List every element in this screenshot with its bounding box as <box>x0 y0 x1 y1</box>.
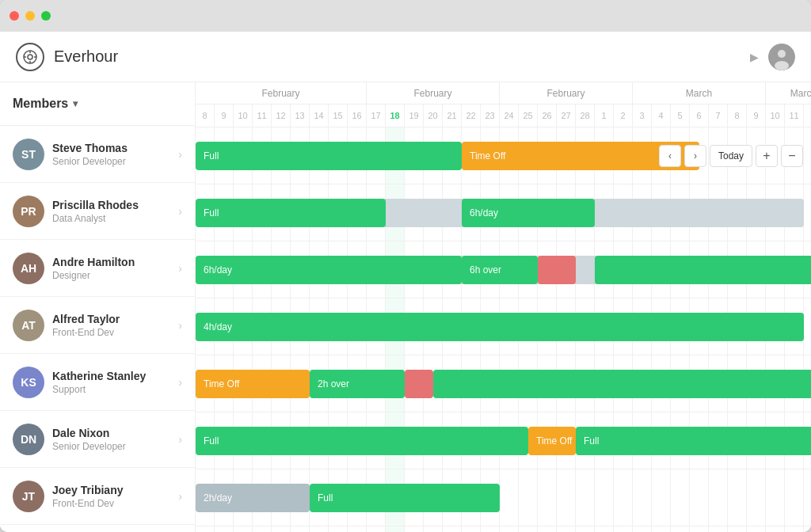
day-number: 10 <box>766 104 785 127</box>
event-bar[interactable]: 4h/day <box>196 313 804 341</box>
list-item[interactable]: DN Dale Nixon Senior Developer › <box>0 411 195 468</box>
chevron-right-icon: › <box>178 205 182 218</box>
zoom-in-button[interactable]: + <box>756 145 778 167</box>
event-bar[interactable]: Full <box>576 427 811 455</box>
member-role: Designer <box>52 270 170 281</box>
prev-button[interactable]: ‹ <box>659 145 681 167</box>
app-header: Everhour ▶ <box>0 32 811 82</box>
event-bar[interactable] <box>405 370 433 398</box>
member-role: Senior Developer <box>52 441 170 452</box>
day-number: 2 <box>614 104 633 127</box>
avatar: PR <box>13 196 44 227</box>
app-body: Everhour ▶ Members ▾ ST <box>0 32 811 532</box>
minimize-button[interactable] <box>25 11 35 21</box>
event-bar[interactable]: 2h/day <box>196 484 310 512</box>
list-item[interactable]: KS Katherine Stanley Support › <box>0 354 195 411</box>
calendar-body: FullTime Off‹›Today+−Full6h/day6h/day6h … <box>196 127 811 532</box>
event-bar[interactable]: 2h over <box>310 370 405 398</box>
chevron-down-icon[interactable]: ▾ <box>73 98 78 109</box>
logo-icon <box>16 43 44 71</box>
header-right: ▶ <box>750 44 795 70</box>
month-label: March <box>633 82 766 104</box>
event-bar[interactable] <box>595 256 811 284</box>
event-bar[interactable]: 6h over <box>462 256 538 284</box>
chevron-right-icon: › <box>178 148 182 161</box>
day-number: 4 <box>652 104 671 127</box>
event-bar[interactable] <box>433 370 811 398</box>
table-row: 2h/dayFull <box>196 469 811 526</box>
day-number: 9 <box>747 104 766 127</box>
avatar: JT <box>13 481 44 512</box>
avatar: AH <box>13 253 44 284</box>
day-number: 27 <box>557 104 576 127</box>
member-name: Alfred Taylor <box>52 313 170 325</box>
calendar-header: February February February March March 8… <box>196 82 811 127</box>
month-label: March <box>766 82 811 104</box>
chevron-right-icon: › <box>178 319 182 332</box>
table-row: 4h/day <box>196 298 811 355</box>
today-button[interactable]: Today <box>710 145 752 167</box>
day-number: 19 <box>405 104 424 127</box>
day-number: 21 <box>443 104 462 127</box>
member-role: Data Analyst <box>52 213 170 224</box>
logo: Everhour <box>16 43 750 71</box>
member-role: Front-End Dev <box>52 327 170 338</box>
table-row: Time Off2h over <box>196 355 811 412</box>
day-number: 26 <box>538 104 557 127</box>
day-number: 11 <box>785 104 804 127</box>
month-label: February <box>367 82 500 104</box>
event-bar[interactable]: Full <box>196 199 386 227</box>
day-number: 20 <box>424 104 443 127</box>
list-item[interactable]: ST Steve Thomas Senior Developer › <box>0 126 195 183</box>
day-number: 15 <box>329 104 348 127</box>
event-bar[interactable]: 6h/day <box>196 256 462 284</box>
member-name: Steve Thomas <box>52 142 170 154</box>
day-number: 5 <box>671 104 690 127</box>
day-number: 16 <box>348 104 367 127</box>
members-header: Members ▾ <box>0 82 195 126</box>
maximize-button[interactable] <box>41 11 51 21</box>
chevron-right-icon: › <box>178 433 182 446</box>
day-number: 24 <box>500 104 519 127</box>
member-name: Joey Tribiany <box>52 484 170 496</box>
user-avatar[interactable] <box>768 44 795 70</box>
avatar: KS <box>13 367 44 398</box>
member-role: Support <box>52 384 170 395</box>
day-number: 10 <box>234 104 253 127</box>
event-bar[interactable]: Full <box>196 142 462 170</box>
event-bar[interactable]: Full <box>310 484 500 512</box>
member-role: Front-End Dev <box>52 498 170 509</box>
app-window: Everhour ▶ Members ▾ ST <box>0 0 811 532</box>
member-role: Senior Developer <box>52 156 170 167</box>
list-item[interactable]: JT Joey Tribiany Front-End Dev › <box>0 468 195 525</box>
event-bar[interactable]: 6h/day <box>462 199 595 227</box>
day-number: 17 <box>367 104 386 127</box>
list-item[interactable]: PR Priscilla Rhodes Data Analyst › <box>0 183 195 240</box>
chevron-right-icon: › <box>178 376 182 389</box>
play-button[interactable]: ▶ <box>750 51 759 63</box>
list-item[interactable]: AH Andre Hamilton Designer › <box>0 240 195 297</box>
day-number: 13 <box>291 104 310 127</box>
next-button[interactable]: › <box>684 145 706 167</box>
day-number: 8 <box>728 104 747 127</box>
event-bar[interactable]: Time Off <box>528 427 576 455</box>
day-number: 7 <box>709 104 728 127</box>
calendar: February February February March March 8… <box>196 82 811 532</box>
svg-point-8 <box>775 61 789 70</box>
day-number: 14 <box>310 104 329 127</box>
event-bar[interactable]: Full <box>196 427 528 455</box>
close-button[interactable] <box>10 11 19 21</box>
table-row <box>196 526 811 532</box>
table-row: FullTime Off‹›Today+− <box>196 127 811 184</box>
member-name: Katherine Stanley <box>52 370 170 382</box>
day-number: 25 <box>519 104 538 127</box>
zoom-out-button[interactable]: − <box>781 145 803 167</box>
day-number: 9 <box>215 104 234 127</box>
days-row: 8910111213141516171819202122232425262728… <box>196 104 811 127</box>
event-bar[interactable] <box>538 256 576 284</box>
event-bar[interactable]: Time Off <box>196 370 310 398</box>
list-item[interactable]: ST Steve Thomas Senior Developer › <box>0 525 195 532</box>
svg-point-1 <box>28 55 32 59</box>
day-number: 22 <box>462 104 481 127</box>
list-item[interactable]: AT Alfred Taylor Front-End Dev › <box>0 297 195 354</box>
